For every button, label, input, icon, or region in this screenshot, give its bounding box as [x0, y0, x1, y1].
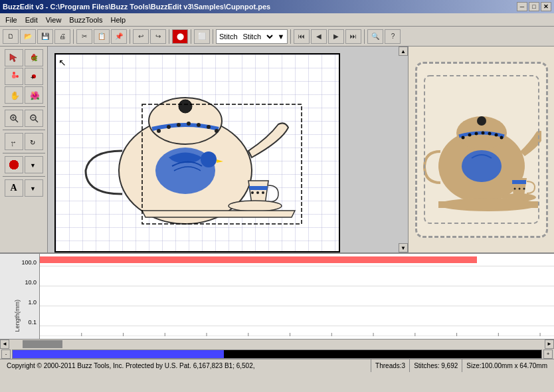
- svg-point-27: [201, 151, 217, 167]
- toolbar-separator-7: [364, 29, 365, 44]
- tb-print[interactable]: 🖨: [54, 29, 70, 44]
- scroll-left-button[interactable]: ◄: [0, 340, 9, 349]
- close-button[interactable]: ✕: [541, 2, 551, 11]
- tb-redo[interactable]: ↪: [150, 29, 166, 44]
- status-threads: Threads:3: [371, 359, 410, 372]
- tb-copy[interactable]: 📋: [94, 29, 110, 44]
- tool-zoom-out[interactable]: [25, 110, 43, 127]
- threads-text: Threads:3: [375, 362, 405, 369]
- menu-edit[interactable]: Edit: [21, 15, 42, 25]
- tool-text-drop[interactable]: ▼: [25, 179, 43, 197]
- menu-file[interactable]: File: [1, 15, 21, 25]
- tool-flower-3[interactable]: +: [25, 68, 43, 85]
- toolbar-separator-6: [290, 29, 291, 44]
- svg-text:▼: ▼: [30, 185, 36, 192]
- svg-point-29: [167, 125, 171, 129]
- svg-point-50: [494, 134, 498, 137]
- titlebar-controls: ─ □ ✕: [517, 2, 551, 11]
- svg-line-11: [15, 120, 18, 122]
- tool-color-picker[interactable]: [5, 156, 23, 173]
- svg-text:▼: ▼: [30, 162, 36, 169]
- embroidery-canvas[interactable]: ↖: [54, 53, 340, 252]
- svg-point-46: [468, 134, 471, 137]
- svg-point-34: [215, 129, 219, 133]
- svg-text:+: +: [31, 74, 35, 81]
- tb-open[interactable]: 📂: [20, 29, 36, 44]
- svg-point-5: [16, 75, 19, 78]
- tb-save[interactable]: 💾: [37, 29, 53, 44]
- tool-move[interactable]: ↔↕: [5, 133, 23, 150]
- tb-play[interactable]: ▶: [328, 29, 344, 44]
- stitch-select[interactable]: Stitch Object Color: [240, 32, 275, 41]
- scroll-down-button[interactable]: ▼: [399, 243, 408, 252]
- scroll-right-button[interactable]: ►: [545, 340, 554, 349]
- tb-color[interactable]: ⬤: [172, 29, 188, 44]
- tool-rotate[interactable]: ↻: [25, 133, 43, 150]
- tb-paste[interactable]: 📌: [111, 29, 127, 44]
- tb-new[interactable]: 🗋: [3, 29, 19, 44]
- tool-flower-1[interactable]: 🌿: [25, 49, 43, 66]
- svg-point-49: [488, 132, 491, 136]
- tool-row-7: A ▼: [5, 179, 43, 197]
- tb-zoom-in[interactable]: 🔍: [367, 29, 383, 44]
- svg-point-28: [157, 129, 161, 133]
- titlebar: BuzzEdit v3 - C:\Program Files\Buzz Tool…: [0, 0, 554, 13]
- chart-yaxis-title: Length(mm): [14, 300, 21, 332]
- tool-flower-2[interactable]: [5, 68, 23, 85]
- tool-row-2: +: [5, 68, 43, 85]
- canvas-area[interactable]: ▲ ▼ ↖: [48, 47, 408, 252]
- status-copyright: Copyright © 2000-2011 Buzz Tools, Inc. P…: [3, 359, 371, 372]
- tool-row-6: ▼: [5, 156, 43, 173]
- svg-text:✋: ✋: [10, 90, 19, 100]
- svg-text:↕: ↕: [11, 142, 14, 147]
- preview-box: [415, 62, 548, 238]
- chart-progress: [40, 256, 554, 263]
- tool-separator-3: [3, 153, 45, 153]
- svg-point-55: [523, 188, 525, 190]
- chart-yaxis: Length(mm) 100.0 10.0 1.0 0.1: [0, 254, 40, 339]
- stitch-dropdown-label: Stitch: [219, 33, 238, 41]
- chart-svg: [40, 263, 554, 336]
- tool-zoom[interactable]: [5, 110, 23, 127]
- tool-row-3: ✋ 🌺: [5, 86, 43, 104]
- tool-color-drop[interactable]: ▼: [25, 156, 43, 173]
- maximize-button[interactable]: □: [529, 2, 539, 11]
- tool-row-4: [5, 110, 43, 127]
- svg-point-32: [197, 123, 201, 127]
- tool-select[interactable]: [5, 49, 23, 66]
- svg-point-48: [481, 132, 484, 135]
- menu-buzztools[interactable]: BuzzTools: [65, 15, 106, 25]
- hscroll-thumb[interactable]: [23, 340, 62, 348]
- tb-frame[interactable]: ⬜: [194, 29, 210, 44]
- dropdown-arrow-icon: ▼: [278, 33, 285, 41]
- tool-flower-4[interactable]: 🌺: [25, 86, 43, 104]
- tb-rewind[interactable]: ⏮: [294, 29, 310, 44]
- preview-panel: [408, 47, 554, 252]
- tool-hand[interactable]: ✋: [5, 86, 23, 104]
- bottom-controls: - +: [0, 348, 554, 359]
- tb-undo[interactable]: ↩: [133, 29, 149, 44]
- svg-point-53: [513, 188, 515, 190]
- bottom-scroll: ◄ ►: [0, 339, 554, 348]
- tb-cut[interactable]: ✂: [76, 29, 92, 44]
- menu-help[interactable]: Help: [107, 15, 130, 25]
- svg-rect-52: [512, 180, 526, 184]
- bc-plus-button[interactable]: +: [543, 349, 553, 359]
- stitch-dropdown[interactable]: Stitch Stitch Object Color ▼: [216, 29, 288, 44]
- bc-minus-button[interactable]: -: [1, 349, 11, 359]
- minimize-button[interactable]: ─: [517, 2, 527, 11]
- svg-point-38: [229, 201, 282, 211]
- tb-help[interactable]: ?: [385, 29, 401, 44]
- toolbar-separator-2: [130, 29, 130, 44]
- bc-track[interactable]: [12, 349, 542, 359]
- left-tools: 🌿 + ✋ 🌺: [0, 47, 48, 252]
- menu-view[interactable]: View: [42, 15, 66, 25]
- scroll-up-button[interactable]: ▲: [399, 47, 408, 56]
- title-text: BuzzEdit v3 - C:\Program Files\Buzz Tool…: [3, 3, 270, 11]
- tb-ffwd[interactable]: ⏭: [345, 29, 361, 44]
- hscroll-track[interactable]: [9, 340, 545, 349]
- tb-back[interactable]: ◀: [311, 29, 327, 44]
- svg-point-31: [187, 122, 191, 126]
- bc-thumb-black: [224, 350, 541, 358]
- tool-text[interactable]: A: [5, 179, 23, 197]
